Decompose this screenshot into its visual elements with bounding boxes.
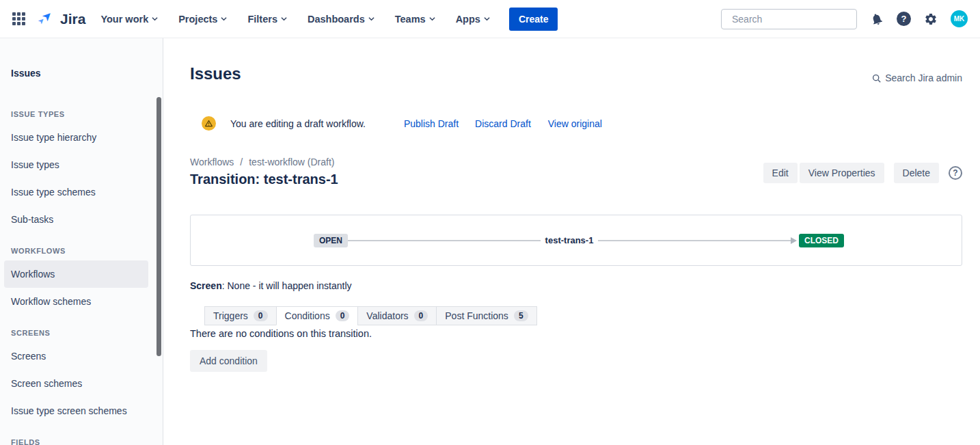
delete-button[interactable]: Delete	[894, 163, 939, 183]
chevron-down-icon	[368, 16, 375, 22]
nav-item-label: Your work	[100, 14, 148, 25]
view-properties-button[interactable]: View Properties	[800, 163, 884, 183]
avatar[interactable]: MK	[951, 10, 968, 27]
tab-validators[interactable]: Validators 0	[357, 306, 437, 325]
tab-label: Triggers	[213, 310, 248, 321]
tab-label: Validators	[366, 310, 408, 321]
sidebar-item-issue-types[interactable]: Issue types	[0, 151, 148, 178]
tab-label: Conditions	[285, 310, 330, 321]
primary-nav: Your work Projects Filters Dashboards Te…	[100, 14, 490, 25]
transition-tabs: Triggers 0 Conditions 0 Validators 0 Pos…	[204, 306, 962, 325]
chevron-down-icon	[221, 16, 227, 22]
warning-icon	[202, 116, 216, 131]
nav-item-teams[interactable]: Teams	[395, 14, 435, 25]
view-original-link[interactable]: View original	[548, 118, 602, 129]
nav-item-dashboards[interactable]: Dashboards	[308, 14, 375, 25]
screen-info-value: : None - it will happen instantly	[222, 280, 352, 291]
create-button[interactable]: Create	[509, 8, 558, 31]
transition-line	[598, 240, 791, 241]
transition-diagram: OPEN test-trans-1 CLOSED	[190, 215, 962, 266]
draft-banner-message: You are editing a draft workflow.	[230, 118, 366, 129]
sidebar-item-screen-schemes[interactable]: Screen schemes	[0, 370, 148, 397]
screen-info: Screen: None - it will happen instantly	[190, 280, 962, 291]
chevron-down-icon	[484, 16, 490, 22]
sidebar-section-fields: FIELDS	[11, 438, 163, 445]
sidebar-section-issue-types: ISSUE TYPES	[11, 110, 163, 118]
settings-gear-icon[interactable]	[924, 12, 938, 26]
nav-item-projects[interactable]: Projects	[178, 14, 227, 25]
tab-post-functions[interactable]: Post Functions 5	[436, 306, 536, 325]
global-search[interactable]	[721, 9, 857, 29]
sidebar-item-workflows[interactable]: Workflows	[4, 260, 148, 288]
sidebar-section-screens: SCREENS	[11, 329, 163, 337]
tab-count-badge: 0	[336, 310, 350, 321]
tab-label: Post Functions	[445, 310, 508, 321]
search-jira-admin-label: Search Jira admin	[885, 72, 962, 83]
nav-item-label: Filters	[247, 14, 277, 25]
sidebar-item-sub-tasks[interactable]: Sub-tasks	[0, 206, 148, 233]
app-switcher-icon[interactable]	[12, 12, 25, 25]
nav-item-label: Dashboards	[308, 14, 365, 25]
jira-logo-icon: ➤➤	[38, 10, 56, 28]
help-icon[interactable]: ?	[897, 12, 911, 26]
main-content: Issues Search Jira admin You are editing…	[163, 38, 980, 445]
tab-triggers[interactable]: Triggers 0	[204, 306, 277, 325]
discard-draft-link[interactable]: Discard Draft	[475, 118, 531, 129]
add-condition-button[interactable]: Add condition	[190, 350, 267, 372]
jira-logo[interactable]: ➤➤ Jira	[38, 10, 85, 28]
draft-workflow-banner: You are editing a draft workflow. Publis…	[190, 116, 962, 131]
transition-name-label: test-trans-1	[545, 235, 594, 245]
tab-conditions[interactable]: Conditions 0	[276, 306, 359, 325]
sidebar-item-workflow-schemes[interactable]: Workflow schemes	[0, 288, 148, 315]
search-icon	[872, 74, 881, 83]
publish-draft-link[interactable]: Publish Draft	[404, 118, 459, 129]
status-open-lozenge: OPEN	[314, 234, 348, 247]
breadcrumb-workflows-link[interactable]: Workflows	[190, 157, 234, 167]
nav-item-label: Projects	[178, 14, 217, 25]
breadcrumb-separator: /	[240, 157, 243, 167]
search-jira-admin-link[interactable]: Search Jira admin	[872, 72, 962, 83]
help-glyph: ?	[897, 12, 911, 26]
global-search-input[interactable]	[732, 14, 856, 25]
chevron-down-icon	[429, 16, 435, 22]
help-icon[interactable]: ?	[949, 166, 962, 180]
tab-count-badge: 0	[254, 310, 268, 321]
nav-item-filters[interactable]: Filters	[247, 14, 287, 25]
sidebar-item-screens[interactable]: Screens	[0, 342, 148, 370]
nav-item-label: Apps	[456, 14, 480, 25]
chevron-down-icon	[281, 16, 287, 22]
nav-item-label: Teams	[395, 14, 426, 25]
chevron-down-icon	[152, 16, 158, 22]
sidebar-item-issue-type-schemes[interactable]: Issue type schemes	[0, 178, 148, 206]
top-nav: ➤➤ Jira Your work Projects Filters Dashb…	[0, 0, 980, 38]
admin-sidebar: Issues ISSUE TYPES Issue type hierarchy …	[0, 38, 163, 445]
sidebar-title: Issues	[11, 68, 163, 79]
status-closed-lozenge: CLOSED	[799, 234, 844, 247]
nav-item-apps[interactable]: Apps	[456, 14, 490, 25]
arrow-head-icon	[791, 237, 797, 244]
transition-line	[348, 240, 541, 241]
transition-actions: Edit View Properties Delete ?	[763, 163, 962, 183]
nav-item-your-work[interactable]: Your work	[100, 14, 158, 25]
transition-title: Transition: test-trans-1	[190, 172, 338, 187]
notifications-icon[interactable]	[870, 12, 884, 26]
sidebar-scrollbar[interactable]	[156, 97, 161, 356]
tab-count-badge: 5	[514, 310, 528, 321]
page-title: Issues	[190, 64, 241, 83]
edit-button[interactable]: Edit	[763, 163, 798, 183]
sidebar-item-issue-type-hierarchy[interactable]: Issue type hierarchy	[0, 124, 148, 151]
breadcrumb-current: test-workflow (Draft)	[249, 157, 334, 167]
sidebar-section-workflows: WORKFLOWS	[11, 247, 163, 255]
screen-info-label: Screen	[190, 280, 222, 291]
no-conditions-message: There are no conditions on this transiti…	[190, 328, 962, 339]
tab-count-badge: 0	[414, 310, 428, 321]
jira-logo-text: Jira	[60, 11, 85, 27]
sidebar-item-issue-type-screen-schemes[interactable]: Issue type screen schemes	[0, 397, 148, 424]
